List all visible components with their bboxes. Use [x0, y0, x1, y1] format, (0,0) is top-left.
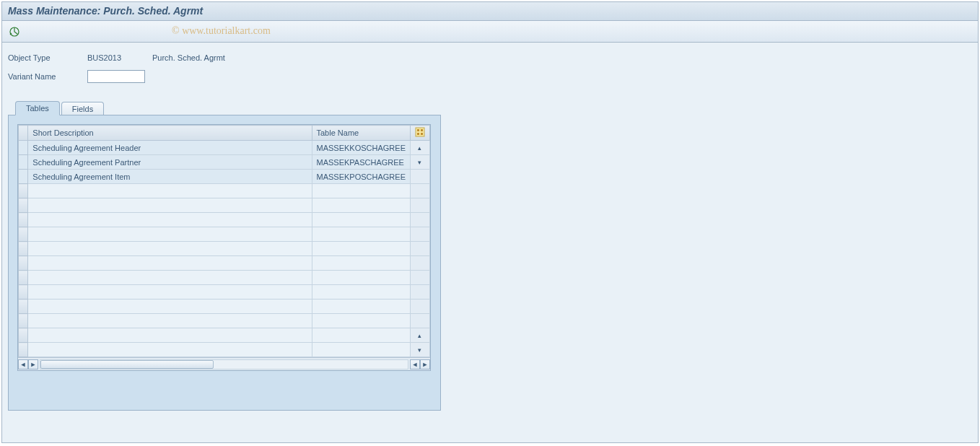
row-selector[interactable]: [19, 242, 28, 256]
cell-table-name: [312, 198, 410, 213]
vscroll-cell[interactable]: [410, 213, 429, 227]
table-row: [19, 299, 430, 314]
tab-container: Tables Fields Short Description Table Na…: [8, 99, 441, 411]
row-selector[interactable]: [19, 198, 28, 213]
row-selector[interactable]: [19, 285, 28, 299]
page-title: Mass Maintenance: Purch. Sched. Agrmt: [8, 5, 972, 17]
vscroll-cell[interactable]: [410, 299, 429, 314]
tab-fields[interactable]: Fields: [61, 102, 104, 115]
cell-short-description: [28, 198, 312, 213]
app-window: Mass Maintenance: Purch. Sched. Agrmt © …: [1, 1, 979, 443]
scroll-up-icon[interactable]: ▴: [410, 141, 429, 155]
table-row: ▴: [19, 328, 430, 343]
tab-content: Short Description Table Name: [8, 115, 441, 411]
table-row: [19, 314, 430, 328]
cell-short-description: [28, 299, 312, 314]
watermark-text: © www.tutorialkart.com: [172, 25, 271, 37]
row-selector[interactable]: [19, 271, 28, 285]
svg-rect-3: [421, 129, 423, 131]
row-selector[interactable]: [19, 170, 28, 184]
scroll-left-end-icon[interactable]: ◄: [410, 359, 420, 370]
row-selector[interactable]: [19, 314, 28, 328]
table-row: [19, 256, 430, 271]
execute-button[interactable]: [8, 25, 21, 38]
cell-table-name: [312, 343, 410, 357]
col-short-description[interactable]: Short Description: [28, 126, 312, 141]
cell-table-name: MASSEKKOSCHAGREE: [312, 141, 410, 155]
col-table-name[interactable]: Table Name: [312, 126, 410, 141]
table-row[interactable]: Scheduling Agreement HeaderMASSEKKOSCHAG…: [19, 141, 430, 155]
row-selector[interactable]: [19, 155, 28, 170]
tab-tables[interactable]: Tables: [15, 101, 60, 115]
object-type-row: Object Type BUS2013 Purch. Sched. Agrmt: [8, 50, 972, 66]
scroll-right-inner-icon[interactable]: ►: [28, 359, 38, 370]
row-selector[interactable]: [19, 343, 28, 357]
vscroll-cell[interactable]: [410, 271, 429, 285]
svg-rect-2: [417, 129, 419, 131]
table-row: [19, 198, 430, 213]
cell-short-description: [28, 285, 312, 299]
scroll-up-icon[interactable]: ▴: [410, 328, 429, 343]
row-selector[interactable]: [19, 299, 28, 314]
cell-short-description: [28, 314, 312, 328]
cell-short-description: Scheduling Agreement Partner: [28, 155, 312, 170]
table-row[interactable]: Scheduling Agreement PartnerMASSEKPASCHA…: [19, 155, 430, 170]
cell-short-description: [28, 271, 312, 285]
cell-table-name: [312, 227, 410, 242]
grid-config-button[interactable]: [410, 126, 429, 141]
vscroll-cell[interactable]: [410, 184, 429, 198]
variant-name-input[interactable]: [87, 70, 145, 83]
row-selector[interactable]: [19, 184, 28, 198]
cell-short-description: [28, 343, 312, 357]
vscroll-cell[interactable]: [410, 170, 429, 184]
svg-rect-1: [416, 128, 424, 136]
table-row: [19, 227, 430, 242]
cell-short-description: [28, 328, 312, 343]
cell-table-name: [312, 285, 410, 299]
table-row[interactable]: Scheduling Agreement ItemMASSEKPOSCHAGRE…: [19, 170, 430, 184]
row-selector[interactable]: [19, 213, 28, 227]
cell-short-description: [28, 213, 312, 227]
scroll-right-outer-icon[interactable]: ►: [420, 359, 430, 370]
cell-table-name: [312, 256, 410, 271]
table-row: ▾: [19, 343, 430, 357]
content-area: Object Type BUS2013 Purch. Sched. Agrmt …: [2, 43, 978, 418]
grid-wrapper: Short Description Table Name: [17, 124, 431, 371]
hscroll-thumb[interactable]: [40, 360, 214, 369]
vscroll-cell[interactable]: [410, 314, 429, 328]
table-row: [19, 213, 430, 227]
scroll-left-outer-icon[interactable]: ◄: [18, 359, 28, 370]
horizontal-scrollbar[interactable]: ◄ ► ◄ ►: [18, 357, 430, 370]
grid-config-icon: [415, 127, 425, 137]
cell-table-name: [312, 242, 410, 256]
data-grid: Short Description Table Name: [18, 125, 430, 357]
vscroll-cell[interactable]: [410, 285, 429, 299]
cell-short-description: [28, 242, 312, 256]
scroll-down-icon[interactable]: ▾: [410, 155, 429, 170]
toolbar: © www.tutorialkart.com: [2, 21, 978, 43]
object-type-desc: Purch. Sched. Agrmt: [152, 53, 225, 62]
scroll-down-icon[interactable]: ▾: [410, 343, 429, 357]
vscroll-cell[interactable]: [410, 242, 429, 256]
tab-strip: Tables Fields: [8, 99, 441, 115]
row-selector[interactable]: [19, 256, 28, 271]
hscroll-track[interactable]: [40, 359, 408, 370]
vscroll-cell[interactable]: [410, 198, 429, 213]
title-bar: Mass Maintenance: Purch. Sched. Agrmt: [2, 2, 978, 21]
row-selector[interactable]: [19, 141, 28, 155]
table-row: [19, 271, 430, 285]
cell-short-description: [28, 256, 312, 271]
row-selector[interactable]: [19, 328, 28, 343]
object-type-label: Object Type: [8, 53, 87, 62]
row-selector[interactable]: [19, 227, 28, 242]
svg-rect-4: [417, 133, 419, 135]
cell-table-name: [312, 184, 410, 198]
cell-short-description: [28, 184, 312, 198]
variant-name-row: Variant Name: [8, 69, 972, 84]
object-type-value: BUS2013: [87, 53, 152, 62]
vscroll-cell[interactable]: [410, 227, 429, 242]
row-selector-header[interactable]: [19, 126, 28, 141]
cell-short-description: Scheduling Agreement Item: [28, 170, 312, 184]
vscroll-cell[interactable]: [410, 256, 429, 271]
cell-short-description: Scheduling Agreement Header: [28, 141, 312, 155]
